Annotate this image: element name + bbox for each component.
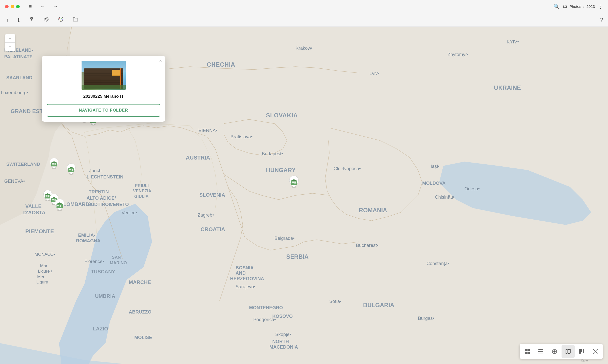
camera-view-button[interactable]	[548, 345, 561, 358]
breadcrumb-separator: ›	[583, 5, 585, 9]
location-popup: × 20230225 Merano IT NAVIGATE TO FOLDER	[42, 56, 165, 122]
svg-text:KOSOVO: KOSOVO	[272, 314, 293, 319]
svg-line-147	[594, 352, 595, 353]
graph-view-button[interactable]	[589, 345, 602, 358]
close-button[interactable]	[5, 5, 9, 8]
palette-button[interactable]	[57, 15, 65, 24]
svg-text:Venice•: Venice•	[122, 210, 137, 215]
kanban-view-button[interactable]	[575, 345, 588, 358]
svg-text:LAZIO: LAZIO	[93, 326, 108, 331]
breadcrumb-year[interactable]: 2023	[587, 4, 595, 9]
help-button[interactable]: ?	[600, 17, 603, 23]
zoom-out-button[interactable]: −	[5, 43, 15, 51]
pin-button[interactable]	[28, 15, 35, 24]
svg-point-9	[62, 19, 63, 20]
popup-close-button[interactable]: ×	[159, 58, 162, 64]
svg-text:GENEVA•: GENEVA•	[4, 178, 25, 184]
breadcrumb-photos[interactable]: Photos	[569, 4, 581, 9]
more-options-button[interactable]: ⋮	[598, 4, 603, 10]
list-view-button[interactable]	[534, 345, 547, 358]
svg-text:KYIV•: KYIV•	[507, 39, 519, 44]
svg-text:MARCHE: MARCHE	[129, 279, 151, 285]
forward-button[interactable]: →	[51, 3, 60, 10]
map-area[interactable]: HESSE RHINELAND- PALATINATE SAARLAND Lux…	[0, 27, 608, 364]
grid-view-button[interactable]	[521, 345, 534, 358]
svg-text:Mar: Mar	[40, 263, 47, 268]
svg-text:MONTENEGRO: MONTENEGRO	[249, 305, 283, 310]
svg-text:VENETO: VENETO	[110, 202, 129, 207]
svg-text:VENEZIA: VENEZIA	[133, 189, 151, 193]
svg-line-148	[596, 352, 597, 353]
titlebar: ≡ ← → 🔍 🗂 Photos › 2023 ⋮	[0, 0, 608, 13]
secondary-toolbar: ↑ ℹ ?	[0, 13, 608, 27]
svg-rect-127	[538, 353, 543, 353]
svg-point-143	[593, 353, 594, 354]
svg-text:UKRAINE: UKRAINE	[494, 85, 521, 91]
svg-rect-125	[538, 349, 543, 350]
info-button[interactable]: ℹ	[17, 16, 21, 24]
svg-text:Zagreb•: Zagreb•	[198, 212, 214, 218]
traffic-lights	[5, 5, 20, 8]
svg-text:SÜDTIROL: SÜDTIROL	[88, 202, 112, 207]
navigate-to-folder-button[interactable]: NAVIGATE TO FOLDER	[47, 104, 160, 117]
svg-text:SAARLAND: SAARLAND	[6, 75, 32, 80]
svg-text:Bratislava•: Bratislava•	[231, 134, 252, 139]
svg-text:AND: AND	[236, 270, 246, 276]
svg-point-141	[593, 349, 594, 350]
svg-text:ROMAGNA: ROMAGNA	[76, 238, 100, 243]
svg-text:AUSTRIA: AUSTRIA	[186, 154, 210, 161]
svg-text:Burgas•: Burgas•	[418, 316, 434, 321]
svg-text:Mer: Mer	[37, 274, 44, 279]
folder-view-button[interactable]	[72, 15, 79, 24]
svg-rect-138	[581, 349, 582, 352]
svg-point-8	[61, 18, 62, 19]
upload-button[interactable]: ↑	[5, 16, 10, 24]
svg-text:GIULIA: GIULIA	[134, 194, 149, 199]
svg-point-7	[59, 18, 60, 19]
svg-rect-126	[538, 351, 543, 352]
svg-text:ABRUZZO: ABRUZZO	[129, 309, 151, 315]
svg-point-10	[60, 20, 61, 21]
svg-text:BOSNIA: BOSNIA	[236, 265, 254, 270]
zoom-in-button[interactable]: +	[5, 34, 15, 43]
svg-text:NORTH: NORTH	[272, 339, 289, 344]
svg-text:D'AOSTA: D'AOSTA	[23, 210, 45, 215]
map-view-button[interactable]	[562, 345, 575, 358]
svg-text:GRAND EST: GRAND EST	[11, 108, 43, 114]
svg-rect-139	[583, 349, 584, 353]
svg-rect-121	[525, 349, 527, 351]
svg-point-140	[595, 351, 596, 352]
map-marker-florence[interactable]	[65, 163, 77, 175]
search-button[interactable]: 🔍	[553, 4, 560, 10]
svg-text:Skopje•: Skopje•	[275, 332, 291, 337]
zoom-controls: + −	[5, 34, 15, 51]
map-marker-south-italy-3[interactable]	[53, 198, 66, 212]
svg-rect-122	[527, 349, 530, 351]
back-button[interactable]: ←	[38, 3, 47, 10]
svg-text:HUNGARY: HUNGARY	[266, 167, 296, 173]
svg-text:Bucharest•: Bucharest•	[356, 243, 378, 248]
locate-button[interactable]	[42, 15, 50, 24]
svg-line-145	[594, 350, 595, 351]
svg-text:UMBRIA: UMBRIA	[95, 293, 115, 299]
map-marker-genoa[interactable]	[48, 158, 60, 170]
svg-rect-137	[579, 349, 581, 354]
svg-text:Lviv•: Lviv•	[369, 71, 379, 76]
svg-text:BULGARIA: BULGARIA	[363, 302, 394, 308]
svg-rect-115	[57, 205, 59, 206]
svg-rect-120	[294, 181, 296, 184]
svg-text:Cluj-Napoca•: Cluj-Napoca•	[334, 166, 361, 171]
svg-text:Zurich: Zurich	[89, 168, 102, 173]
svg-rect-104	[72, 169, 73, 171]
svg-point-1	[44, 17, 48, 21]
fullscreen-button[interactable]	[16, 5, 20, 8]
svg-text:FRIULI: FRIULI	[135, 183, 149, 188]
svg-text:Constanța•: Constanța•	[426, 261, 449, 266]
svg-point-0	[45, 18, 47, 20]
svg-text:Florence•: Florence•	[84, 259, 104, 264]
minimize-button[interactable]	[11, 5, 14, 8]
titlebar-right: 🔍 🗂 Photos › 2023 ⋮	[553, 4, 603, 10]
hamburger-menu[interactable]: ≡	[27, 3, 34, 10]
map-marker-romania[interactable]	[287, 175, 300, 188]
svg-point-144	[597, 353, 598, 354]
